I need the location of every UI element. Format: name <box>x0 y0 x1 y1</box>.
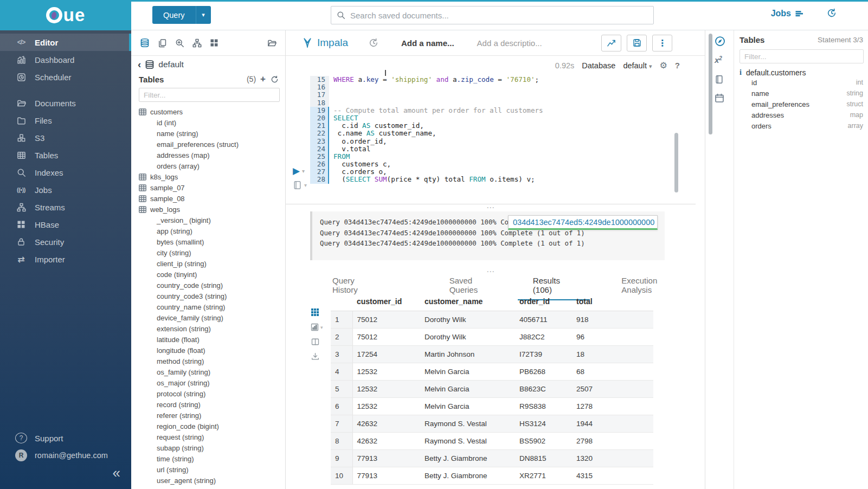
query-id-tooltip[interactable]: 034d413ec7474ed5:4249de1000000000 <box>508 215 658 230</box>
query-dropdown-caret[interactable]: ▾ <box>196 6 211 24</box>
column-header-total[interactable]: total <box>572 295 653 311</box>
tree-column[interactable]: bytes (smallint) <box>131 236 285 247</box>
assist-documents-icon[interactable] <box>158 38 167 48</box>
jobs-link[interactable]: Jobs <box>771 9 804 18</box>
new-query-split-button[interactable]: Query ▾ <box>152 6 211 24</box>
sidebar-item-editor[interactable]: </>Editor <box>0 34 131 51</box>
collapse-sidebar-button[interactable]: « <box>113 467 120 478</box>
active-table-row[interactable]: i default.customers <box>740 68 863 77</box>
back-chevron-icon[interactable]: ‹ <box>138 61 141 68</box>
tree-column[interactable]: addresses (map) <box>131 150 285 160</box>
hue-logo[interactable]: ue <box>0 0 131 30</box>
assist-search-icon[interactable] <box>175 38 184 48</box>
table-row[interactable]: 275012Dorothy WilkJ882C296 <box>331 328 653 345</box>
tree-column[interactable]: country_code3 (string) <box>131 291 285 301</box>
tree-column[interactable]: client_ip (string) <box>131 258 285 269</box>
sidebar-item-dashboard[interactable]: Dashboard <box>0 51 131 68</box>
right-column-row[interactable]: email_preferencesstruct <box>740 99 863 110</box>
table-row[interactable]: 977913Betty J. GiambroneDN88151320 <box>331 449 653 467</box>
table-row[interactable]: 317254Martin JohnsonI72T3918 <box>331 345 653 363</box>
tree-column[interactable]: country_code (string) <box>131 280 285 291</box>
chart-button[interactable] <box>601 35 621 52</box>
engine-selector[interactable]: Impala <box>302 37 348 49</box>
table-row[interactable]: 175012Dorothy Wilk4056711918 <box>331 311 653 328</box>
tree-column[interactable]: os_major (string) <box>131 377 285 388</box>
add-table-icon[interactable]: + <box>260 74 266 85</box>
sidebar-item-jobs[interactable]: ((•))Jobs <box>0 181 131 198</box>
page-scrollbar[interactable] <box>709 34 712 134</box>
sidebar-item-s3[interactable]: S3 <box>0 129 131 146</box>
table-row[interactable]: 412532Melvin GarciaPB626868 <box>331 363 653 380</box>
chart-view-icon[interactable]: ▾ <box>311 323 323 331</box>
tree-table[interactable]: sample_07 <box>131 182 285 193</box>
assist-sitemap-icon[interactable] <box>192 38 202 48</box>
grid-view-icon[interactable] <box>311 308 319 317</box>
table-row[interactable]: 842632Raymond S. VestalBS59022798 <box>331 432 653 449</box>
column-header-order_id[interactable]: order_id <box>515 295 572 311</box>
table-row[interactable]: 612532Melvin GarciaR9S8381278 <box>331 397 653 415</box>
sidebar-item-hbase[interactable]: HBase <box>0 216 131 233</box>
right-column-row[interactable]: addressesmap <box>740 110 863 120</box>
query-name-field[interactable]: Add a name... <box>401 38 454 48</box>
database-name[interactable]: default <box>158 60 184 69</box>
column-header-customer_name[interactable]: customer_name <box>420 295 515 311</box>
assist-folder-icon[interactable] <box>267 38 277 48</box>
sidebar-item-streams[interactable]: Streams <box>0 198 131 216</box>
right-filter-input[interactable] <box>740 49 864 63</box>
tree-column[interactable]: os_family (string) <box>131 366 285 377</box>
assist-apps-icon[interactable] <box>210 38 218 47</box>
execute-button[interactable]: ▶ ▾ <box>293 165 305 177</box>
table-row[interactable]: 1077913Betty J. GiambroneXR27714315 <box>331 467 653 484</box>
tree-column[interactable]: name (string) <box>131 128 285 139</box>
editor-scrollbar[interactable] <box>674 133 678 192</box>
tree-column[interactable]: region_code (bigint) <box>131 421 285 432</box>
tree-table[interactable]: customers <box>131 106 285 117</box>
database-breadcrumb[interactable]: ‹ default <box>138 60 184 69</box>
refresh-icon[interactable] <box>271 75 279 83</box>
right-column-row[interactable]: ordersarray <box>740 120 863 131</box>
format-button[interactable]: ▾ <box>293 181 307 190</box>
query-history-icon[interactable] <box>369 38 378 48</box>
history-icon[interactable] <box>827 8 837 18</box>
tree-column[interactable]: country_name (string) <box>131 301 285 312</box>
tree-column[interactable]: record (string) <box>131 399 285 410</box>
tree-column[interactable]: _version_ (bigint) <box>131 215 285 226</box>
tree-column[interactable]: protocol (string) <box>131 388 285 399</box>
column-header-customer_id[interactable]: customer_id <box>352 295 420 311</box>
resize-handle[interactable]: ⋯ <box>286 205 696 210</box>
tree-column[interactable]: orders (array) <box>131 160 285 171</box>
query-description-field[interactable]: Add a descriptio... <box>477 38 542 48</box>
settings-gear-icon[interactable]: ⚙ <box>659 60 667 70</box>
tree-column[interactable]: device_family (string) <box>131 312 285 323</box>
sidebar-item-files[interactable]: Files <box>0 112 131 129</box>
sidebar-item-user[interactable]: R romain@gethue.com <box>0 447 131 464</box>
play-icon[interactable]: ▶ <box>293 165 300 177</box>
tree-column[interactable]: latitude (float) <box>131 334 285 345</box>
tree-table[interactable]: k8s_logs <box>131 171 285 182</box>
tree-column[interactable]: request (string) <box>131 432 285 442</box>
functions-icon[interactable]: x2 <box>715 55 722 65</box>
tree-column[interactable]: code (tinyint) <box>131 269 285 280</box>
tree-column[interactable]: url (string) <box>131 464 285 475</box>
sidebar-item-documents[interactable]: Documents <box>0 94 131 112</box>
tree-table[interactable]: sample_08 <box>131 193 285 204</box>
tree-column[interactable]: city (string) <box>131 247 285 258</box>
code-editor[interactable]: 15WHERE a.key = 'shipping' and a.zip_cod… <box>310 76 679 184</box>
tree-column[interactable]: id (int) <box>131 117 285 128</box>
table-row[interactable]: 742632Raymond S. VestalHS31241944 <box>331 415 653 432</box>
sidebar-item-scheduler[interactable]: Scheduler <box>0 68 131 86</box>
sidebar-item-security[interactable]: Security <box>0 233 131 250</box>
tree-column[interactable]: subapp (string) <box>131 442 285 453</box>
sidebar-item-importer[interactable]: ⇄Importer <box>0 250 131 268</box>
active-table-name[interactable]: default.customers <box>746 68 806 77</box>
sidebar-item-indexes[interactable]: Indexes <box>0 164 131 181</box>
tree-column[interactable]: app (string) <box>131 226 285 236</box>
language-docs-icon[interactable] <box>715 75 724 84</box>
sidebar-item-tables[interactable]: Tables <box>0 146 131 164</box>
schedule-icon[interactable] <box>715 93 724 103</box>
explorer-compass-icon[interactable] <box>715 36 725 47</box>
editor-help-icon[interactable]: ? <box>675 61 680 70</box>
info-icon[interactable]: i <box>740 68 742 77</box>
tree-table[interactable]: web_logs <box>131 204 285 215</box>
tree-column[interactable]: time (string) <box>131 453 285 464</box>
